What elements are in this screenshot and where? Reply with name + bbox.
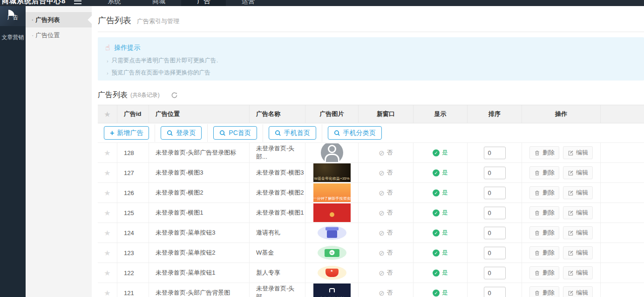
ad-name-cell: 未登录首页-横图3 <box>250 163 305 182</box>
edit-button[interactable]: 编辑 <box>563 206 593 219</box>
ad-id-cell: 128 <box>117 143 149 162</box>
ad-image[interactable] <box>313 263 351 282</box>
edit-button[interactable]: 编辑 <box>563 186 593 199</box>
delete-button[interactable]: 删除 <box>529 146 559 159</box>
submenu-item-ad-position[interactable]: ·广告位置 <box>26 27 92 43</box>
ad-image[interactable]: 一分钟了解新手投资攻略 <box>313 183 351 202</box>
edit-button[interactable]: 编辑 <box>563 226 593 239</box>
topnav-item[interactable]: 运营 <box>226 0 271 6</box>
ad-name-cell: 未登录首页-横图1 <box>250 203 305 223</box>
ad-id-cell: 125 <box>117 203 149 223</box>
ad-name-cell: 新人专享 <box>250 263 305 283</box>
slash-circle-icon: ⊘ <box>379 189 385 196</box>
sort-input[interactable] <box>484 207 506 219</box>
tips-panel: ☝ 操作提示 › 只需要点击半透明广告图片即可更换广告. › 预览广告所在页面中… <box>98 37 644 81</box>
table-header-row: ★广告id广告位置广告名称广告图片新窗口显示排序操作 <box>98 105 644 123</box>
ad-image[interactable] <box>313 203 351 222</box>
table-row: ★ 123 未登录首页-菜单按钮2 W基金 ⊘ 否 ✓ 是 删除 <box>98 243 644 263</box>
ad-position-cell: 未登录首页-头部广告登录图标 <box>149 143 250 162</box>
edit-button[interactable]: 编辑 <box>563 286 593 297</box>
column-header: 排序 <box>468 105 522 123</box>
edit-button[interactable]: 编辑 <box>563 246 593 259</box>
star-icon[interactable]: ★ <box>104 229 110 237</box>
delete-button[interactable]: 删除 <box>529 226 559 239</box>
module-sidebar: 广告 文章营销 <box>0 6 26 297</box>
sort-input[interactable] <box>484 267 506 279</box>
ad-image[interactable] <box>313 223 351 242</box>
ad-image[interactable]: 安全 简单 创新 <box>313 284 351 297</box>
page-subtitle: 广告索引与管理 <box>137 17 179 26</box>
column-header: 显示 <box>414 105 468 123</box>
ad-id-cell: 123 <box>117 243 149 263</box>
submenu-item-ad-list[interactable]: ·广告列表 <box>26 12 92 27</box>
search-icon <box>167 130 173 136</box>
filter-button[interactable]: 手机首页 <box>269 126 316 140</box>
new-window-value: ⊘ 否 <box>379 289 393 297</box>
ad-image[interactable] <box>313 243 351 262</box>
star-icon[interactable]: ★ <box>104 269 110 277</box>
new-window-value: ⊘ 否 <box>379 148 393 157</box>
star-icon[interactable]: ★ <box>104 209 110 217</box>
filter-button[interactable]: 手机分类页 <box>328 126 382 140</box>
page-title: 广告列表 <box>98 15 131 26</box>
submenu-label: 广告位置 <box>35 32 60 39</box>
delete-button[interactable]: 删除 <box>529 286 559 297</box>
bullet-arrow-icon: › <box>107 58 108 64</box>
filter-button[interactable]: PC首页 <box>213 126 257 140</box>
star-icon[interactable]: ★ <box>104 289 110 297</box>
ad-image-graphic <box>318 226 346 240</box>
sort-input[interactable] <box>484 167 506 179</box>
edit-button[interactable]: 编辑 <box>563 166 593 179</box>
edit-button[interactable]: 编辑 <box>563 266 593 279</box>
delete-button[interactable]: 删除 <box>529 186 559 199</box>
edit-button[interactable]: 编辑 <box>563 146 593 159</box>
sort-input[interactable] <box>484 147 506 159</box>
column-header: 新窗口 <box>359 105 414 123</box>
refresh-icon[interactable] <box>171 92 178 99</box>
ad-image-caption: W基金年化收益+35% <box>313 177 351 181</box>
ad-image-graphic <box>321 143 343 162</box>
star-icon[interactable]: ★ <box>104 169 110 177</box>
search-icon <box>275 130 281 136</box>
topnav-item[interactable]: 广告 <box>181 0 226 6</box>
new-window-value: ⊘ 否 <box>379 209 393 217</box>
ad-id-cell: 126 <box>117 183 149 202</box>
toolbar-divider <box>322 124 322 142</box>
add-ad-button[interactable]: + 新增广告 <box>104 126 149 140</box>
show-value: ✓ 是 <box>433 269 448 277</box>
menu-icon[interactable] <box>74 0 81 4</box>
sort-input[interactable] <box>484 187 506 199</box>
show-value: ✓ 是 <box>433 229 448 237</box>
table-row: ★ 128 未登录首页-头部广告登录图标 未登录首页-头部... ⊘ 否 ✓ 是 <box>98 143 644 163</box>
delete-button[interactable]: 删除 <box>529 206 559 219</box>
ad-image-graphic <box>330 212 334 217</box>
delete-button[interactable]: 删除 <box>529 166 559 179</box>
submenu-sidebar: ·广告列表 ·广告位置 <box>26 6 92 297</box>
topnav-item[interactable]: 系统 <box>92 0 136 6</box>
plus-icon: + <box>110 129 114 137</box>
ad-image[interactable] <box>313 143 351 162</box>
star-icon[interactable]: ★ <box>104 189 110 197</box>
ad-id-cell: 127 <box>117 163 149 182</box>
toolbar-divider <box>207 124 208 142</box>
sidebar-item-ads[interactable]: 广告 <box>0 6 26 26</box>
show-value: ✓ 是 <box>433 209 448 217</box>
star-icon[interactable]: ★ <box>104 249 110 257</box>
show-value: ✓ 是 <box>433 189 448 197</box>
delete-button[interactable]: 删除 <box>529 266 559 279</box>
filter-button[interactable]: 登录页 <box>161 126 202 140</box>
sort-input[interactable] <box>484 287 506 297</box>
ad-name-cell: 未登录首页-横图2 <box>250 183 305 202</box>
sidebar-item-article-marketing[interactable]: 文章营销 <box>0 26 26 46</box>
sort-input[interactable] <box>484 227 506 239</box>
sort-input[interactable] <box>484 247 506 259</box>
check-circle-icon: ✓ <box>433 149 440 156</box>
star-icon[interactable]: ★ <box>104 148 110 157</box>
table-toolbar: + 新增广告 登录页PC首页手机首页手机分类页 <box>98 123 644 143</box>
ad-image[interactable]: W基金年化收益+35% <box>313 163 351 182</box>
ad-position-cell: 未登录首页-头部广告背景图 <box>149 283 250 297</box>
search-icon <box>219 130 226 136</box>
top-bar: 商城系统后台中心8 系统商城广告运营 <box>0 0 644 6</box>
delete-button[interactable]: 删除 <box>529 246 559 259</box>
topnav-item[interactable]: 商城 <box>136 0 181 6</box>
